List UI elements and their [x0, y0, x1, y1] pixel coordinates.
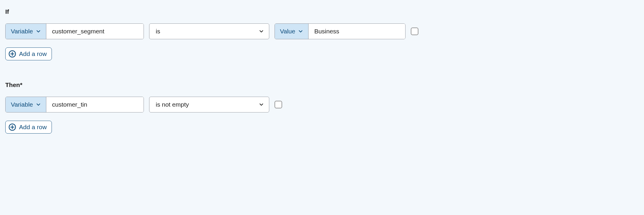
chevron-down-icon [36, 102, 41, 107]
chevron-down-icon [36, 29, 41, 34]
then-operator-select[interactable]: is not empty [149, 97, 269, 112]
then-add-row-label: Add a row [19, 124, 47, 131]
plus-circle-icon [8, 123, 16, 131]
if-rhs-type-label: Value [280, 28, 295, 35]
then-rule-row: Variable is not empty [5, 97, 639, 112]
if-lhs-type-label: Variable [11, 28, 33, 35]
then-add-row-button[interactable]: Add a row [5, 121, 52, 134]
if-rhs-value-input[interactable] [309, 24, 405, 39]
if-lhs-type-dropdown[interactable]: Variable [6, 24, 46, 39]
then-section-label: Then* [5, 81, 639, 88]
chevron-down-icon [259, 102, 264, 107]
chevron-down-icon [259, 29, 264, 34]
if-rhs-combo: Value [275, 23, 406, 39]
then-lhs-value-input[interactable] [46, 97, 144, 112]
if-lhs-combo: Variable [5, 23, 144, 39]
if-add-row-label: Add a row [19, 50, 47, 57]
plus-circle-icon [8, 50, 16, 58]
then-lhs-type-dropdown[interactable]: Variable [6, 97, 46, 112]
then-lhs-combo: Variable [5, 97, 144, 112]
if-rhs-type-dropdown[interactable]: Value [275, 24, 309, 39]
if-rule-row: Variable is Value [5, 23, 639, 39]
chevron-down-icon [298, 29, 303, 34]
if-add-row-button[interactable]: Add a row [5, 47, 52, 60]
then-lhs-type-label: Variable [11, 101, 33, 108]
if-lhs-value-input[interactable] [46, 24, 144, 39]
then-row-checkbox[interactable] [275, 101, 282, 108]
if-operator-select[interactable]: is [149, 23, 269, 39]
if-row-checkbox[interactable] [411, 28, 418, 35]
then-operator-label: is not empty [156, 101, 189, 108]
if-operator-label: is [156, 28, 160, 35]
if-section-label: If [5, 8, 639, 15]
